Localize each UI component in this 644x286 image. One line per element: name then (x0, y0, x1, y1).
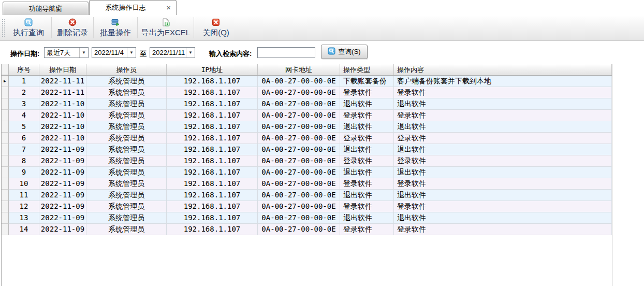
export-excel-button[interactable]: 导出为EXCEL (138, 15, 194, 40)
table-row[interactable]: 72022-11-09系统管理员192.168.1.1070A-00-27-00… (2, 144, 612, 155)
search-icon (24, 18, 33, 26)
export-excel-icon (162, 18, 170, 26)
cell-ip-address: 192.168.1.107 (167, 110, 258, 121)
cell-index: 13 (9, 212, 39, 224)
cell-op-content: 登录软件 (394, 155, 612, 167)
row-selector[interactable] (2, 133, 9, 144)
cell-ip-address: 192.168.1.107 (167, 121, 258, 133)
cell-mac-address: 0A-00-27-00-00-0E (258, 155, 340, 167)
cell-operator: 系统管理员 (86, 167, 167, 178)
cell-op-type: 下载账套备份 (340, 76, 394, 87)
row-selector[interactable] (2, 87, 9, 98)
cell-mac-address: 0A-00-27-00-00-0E (258, 121, 340, 133)
table-row[interactable]: 62022-11-10系统管理员192.168.1.1070A-00-27-00… (2, 133, 612, 144)
cell-mac-address: 0A-00-27-00-00-0E (258, 224, 340, 235)
row-selector[interactable] (2, 190, 9, 201)
column-header-index[interactable]: 序号 (9, 64, 39, 75)
batch-operation-button[interactable]: 批量操作 (94, 15, 137, 40)
column-header-op-type[interactable]: 操作类型 (340, 64, 394, 75)
table-row[interactable]: 112022-11-09系统管理员192.168.1.1070A-00-27-0… (2, 190, 612, 201)
execute-query-button[interactable]: 执行查询 (6, 15, 51, 40)
cell-op-type: 退出软件 (340, 212, 394, 224)
row-selector[interactable]: ▶ (2, 76, 9, 87)
column-header-mac-address[interactable]: 网卡地址 (258, 64, 340, 75)
cell-operator: 系统管理员 (86, 212, 167, 224)
cell-op-type: 登录软件 (340, 224, 394, 235)
cell-operator: 系统管理员 (86, 76, 167, 87)
chevron-down-icon[interactable]: ▼ (186, 48, 195, 58)
table-row[interactable]: 32022-11-10系统管理员192.168.1.1070A-00-27-00… (2, 98, 612, 110)
row-selector[interactable] (2, 110, 9, 121)
cell-index: 1 (9, 76, 39, 87)
search-filter-label: 输入检索内容: (209, 49, 252, 59)
cell-op-content: 登录软件 (394, 110, 612, 121)
date-range-select[interactable]: 最近7天 ▼ (44, 47, 89, 58)
cell-index: 5 (9, 121, 39, 133)
table-row[interactable]: ▶12022-11-11系统管理员192.168.1.1070A-00-27-0… (2, 76, 612, 87)
chevron-down-icon[interactable]: ▼ (79, 48, 88, 58)
cell-mac-address: 0A-00-27-00-00-0E (258, 212, 340, 224)
cell-op-date: 2022-11-10 (39, 121, 86, 133)
cell-index: 8 (9, 155, 39, 167)
row-selector[interactable] (2, 121, 9, 133)
table-row[interactable]: 102022-11-09系统管理员192.168.1.1070A-00-27-0… (2, 178, 612, 190)
tab-label: 系统操作日志 (106, 1, 146, 15)
cell-ip-address: 192.168.1.107 (167, 155, 258, 167)
close-button[interactable]: 关闭(Q) (194, 15, 238, 40)
delete-icon (68, 18, 77, 26)
cell-operator: 系统管理员 (86, 133, 167, 144)
cell-op-content: 退出软件 (394, 121, 612, 133)
row-selector[interactable] (2, 212, 9, 224)
column-header-ip-address[interactable]: IP地址 (167, 64, 258, 75)
column-header-op-content[interactable]: 操作内容 (394, 64, 612, 75)
row-selector[interactable] (2, 224, 9, 235)
column-header-operator[interactable]: 操作员 (86, 64, 167, 75)
table-row[interactable]: 142022-11-09系统管理员192.168.1.1070A-00-27-0… (2, 224, 612, 235)
delete-record-button[interactable]: 删除记录 (52, 15, 93, 40)
row-selector[interactable] (2, 155, 9, 167)
button-label: 导出为EXCEL (141, 28, 190, 38)
tab-close-icon[interactable]: × (166, 1, 171, 15)
table-row[interactable]: 82022-11-09系统管理员192.168.1.1070A-00-27-00… (2, 155, 612, 167)
query-button[interactable]: 查询(S) (321, 45, 368, 59)
date-range-value: 最近7天 (45, 48, 79, 58)
table-row[interactable]: 92022-11-09系统管理员192.168.1.1070A-00-27-00… (2, 167, 612, 178)
date-from-picker[interactable]: 2022/11/4 ▼ (92, 47, 136, 58)
button-label: 删除记录 (57, 28, 88, 38)
row-selector[interactable] (2, 98, 9, 110)
chevron-down-icon[interactable]: ▼ (127, 48, 136, 58)
button-label: 关闭(Q) (202, 28, 229, 38)
filter-bar: 操作日期: 最近7天 ▼ 2022/11/4 ▼ 至 2022/11/11 ▼ … (0, 41, 644, 64)
row-selector[interactable] (2, 178, 9, 190)
cell-op-date: 2022-11-09 (39, 224, 86, 235)
cell-op-type: 登录软件 (340, 110, 394, 121)
row-selector[interactable] (2, 201, 9, 212)
cell-op-content: 登录软件 (394, 224, 612, 235)
column-header-op-date[interactable]: 操作日期 (39, 64, 86, 75)
table-row[interactable]: 52022-11-10系统管理员192.168.1.1070A-00-27-00… (2, 121, 612, 133)
cell-index: 9 (9, 167, 39, 178)
cell-op-type: 退出软件 (340, 144, 394, 155)
tab-function-nav[interactable]: 功能导航窗 (3, 2, 89, 15)
cell-op-content: 退出软件 (394, 98, 612, 110)
table-row[interactable]: 132022-11-09系统管理员192.168.1.1070A-00-27-0… (2, 212, 612, 224)
close-icon (212, 18, 220, 26)
table-row[interactable]: 22022-11-11系统管理员192.168.1.1070A-00-27-00… (2, 87, 612, 98)
search-input[interactable] (257, 47, 315, 58)
cell-op-date: 2022-11-09 (39, 167, 86, 178)
tab-system-operation-log[interactable]: 系统操作日志 × (89, 0, 177, 15)
cell-index: 11 (9, 190, 39, 201)
cell-mac-address: 0A-00-27-00-00-0E (258, 167, 340, 178)
date-to-picker[interactable]: 2022/11/11 ▼ (150, 47, 195, 58)
operation-log-grid: 序号 操作日期 操作员 IP地址 网卡地址 操作类型 操作内容 ▶12022-1… (1, 64, 612, 286)
row-selector[interactable] (2, 144, 9, 155)
cell-op-content: 退出软件 (394, 144, 612, 155)
row-selector[interactable] (2, 167, 9, 178)
toolbar-grip-handle[interactable] (2, 18, 5, 37)
button-label: 执行查询 (13, 28, 44, 38)
cell-mac-address: 0A-00-27-00-00-0E (258, 178, 340, 190)
table-row[interactable]: 122022-11-09系统管理员192.168.1.1070A-00-27-0… (2, 201, 612, 212)
cell-operator: 系统管理员 (86, 201, 167, 212)
table-row[interactable]: 42022-11-10系统管理员192.168.1.1070A-00-27-00… (2, 110, 612, 121)
cell-index: 12 (9, 201, 39, 212)
